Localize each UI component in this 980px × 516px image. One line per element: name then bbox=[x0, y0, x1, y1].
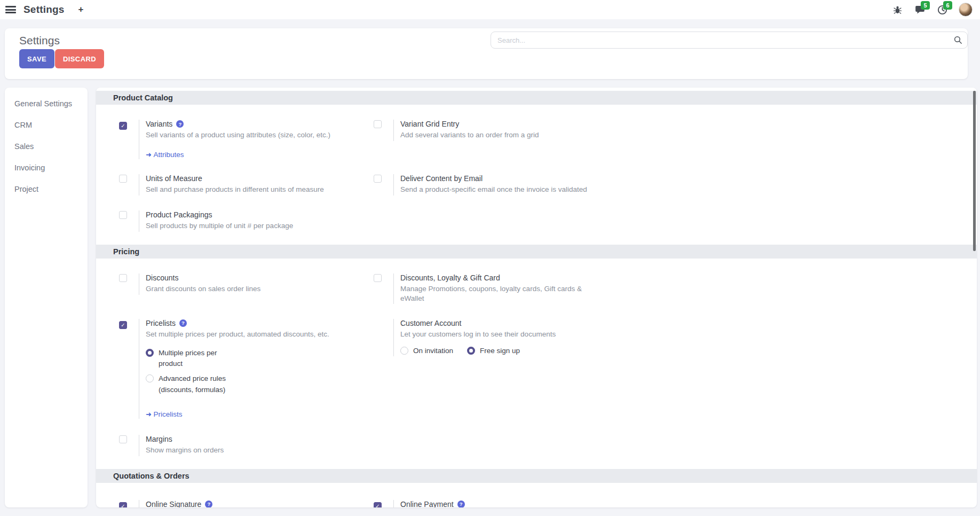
setting-label[interactable]: Units of Measure bbox=[146, 174, 202, 183]
setting-product-packagings: Product Packagings Sell products by mult… bbox=[119, 210, 374, 232]
search-icon[interactable] bbox=[954, 36, 962, 46]
radio-on-invitation[interactable]: On invitation bbox=[400, 346, 453, 356]
setting-label[interactable]: Pricelists bbox=[146, 319, 176, 327]
debug-bug-icon[interactable] bbox=[891, 4, 903, 15]
user-avatar[interactable] bbox=[959, 3, 973, 17]
radio-button[interactable] bbox=[146, 349, 154, 357]
sidebar-item-project[interactable]: Project bbox=[5, 178, 88, 200]
setting-online-payment: Online Payment Request an online payment… bbox=[374, 500, 628, 507]
setting-margins: Margins Show margins on orders bbox=[119, 435, 374, 456]
top-navbar: Settings + 5 6 bbox=[0, 0, 980, 19]
settings-form: Product Catalog Variants Sell variants o… bbox=[96, 88, 977, 507]
setting-label[interactable]: Variants bbox=[146, 120, 172, 128]
section-header-quotations-orders: Quotations & Orders bbox=[96, 469, 977, 483]
help-icon bbox=[176, 120, 184, 128]
setting-online-signature: Online Signature Request an online signa… bbox=[119, 500, 374, 507]
activities-count-badge: 6 bbox=[943, 1, 952, 10]
activities-clock-icon[interactable]: 6 bbox=[936, 4, 948, 15]
packagings-checkbox[interactable] bbox=[119, 211, 127, 219]
setting-desc: Sell and purchase products in different … bbox=[146, 185, 324, 194]
navbar-app-title[interactable]: Settings bbox=[23, 4, 65, 15]
uom-checkbox[interactable] bbox=[119, 175, 127, 183]
setting-label[interactable]: Margins bbox=[146, 435, 172, 443]
setting-label[interactable]: Deliver Content by Email bbox=[400, 174, 483, 183]
settings-sidebar: General Settings CRM Sales Invoicing Pro… bbox=[5, 88, 88, 507]
radio-free-sign-up[interactable]: Free sign up bbox=[467, 346, 520, 356]
setting-deliver-content-by-email: Deliver Content by Email Send a product-… bbox=[374, 174, 628, 196]
help-icon bbox=[179, 319, 187, 327]
messages-icon[interactable]: 5 bbox=[914, 4, 926, 15]
pricelists-link[interactable]: Pricelists bbox=[146, 410, 183, 418]
setting-desc: Show margins on orders bbox=[146, 445, 224, 455]
help-icon bbox=[457, 501, 465, 507]
save-button[interactable]: SAVE bbox=[19, 49, 54, 68]
setting-discounts-loyalty-gift-card: Discounts, Loyalty & Gift Card Manage Pr… bbox=[374, 273, 628, 303]
radio-button[interactable] bbox=[400, 347, 408, 355]
vertical-scrollbar[interactable] bbox=[973, 91, 976, 251]
setting-variant-grid-entry: Variant Grid Entry Add several variants … bbox=[374, 120, 628, 141]
attributes-link[interactable]: Attributes bbox=[146, 151, 184, 159]
sidebar-item-crm[interactable]: CRM bbox=[5, 114, 88, 136]
setting-desc: Grant discounts on sales order lines bbox=[146, 284, 260, 294]
discounts-checkbox[interactable] bbox=[119, 274, 127, 282]
apps-menu-icon[interactable] bbox=[5, 6, 16, 13]
pricelists-checkbox[interactable] bbox=[119, 321, 127, 329]
setting-discounts: Discounts Grant discounts on sales order… bbox=[119, 273, 374, 295]
sidebar-item-general-settings[interactable]: General Settings bbox=[5, 93, 88, 114]
page-title: Settings bbox=[19, 34, 60, 47]
pricelists-radio-group: Multiple prices per product Advanced pri… bbox=[146, 348, 329, 395]
section-header-product-catalog: Product Catalog bbox=[96, 91, 977, 105]
variant-grid-checkbox[interactable] bbox=[374, 120, 382, 128]
online-payment-checkbox[interactable] bbox=[374, 502, 382, 507]
help-icon bbox=[205, 501, 212, 507]
navbar-systray: 5 6 bbox=[891, 3, 973, 17]
radio-multiple-prices[interactable]: Multiple prices per product bbox=[146, 348, 329, 370]
control-panel: Settings SAVE DISCARD bbox=[5, 28, 968, 79]
loyalty-checkbox[interactable] bbox=[374, 274, 382, 282]
setting-desc: Send a product-specific email once the i… bbox=[400, 185, 587, 194]
discard-button[interactable]: DISCARD bbox=[55, 49, 104, 68]
setting-desc: Set multiple prices per product, automat… bbox=[146, 330, 329, 339]
setting-label[interactable]: Discounts bbox=[146, 273, 178, 282]
setting-label[interactable]: Online Signature bbox=[146, 500, 201, 507]
setting-label: Customer Account bbox=[400, 319, 461, 327]
deliver-email-checkbox[interactable] bbox=[374, 175, 382, 183]
search-input[interactable] bbox=[491, 32, 968, 49]
setting-variants: Variants Sell variants of a product usin… bbox=[119, 120, 374, 159]
customer-account-radio-group: On invitation Free sign up bbox=[400, 346, 556, 356]
setting-desc: Sell products by multiple of unit # per … bbox=[146, 221, 293, 231]
radio-button[interactable] bbox=[467, 347, 475, 355]
setting-desc: Manage Promotions, coupons, loyalty card… bbox=[400, 284, 595, 303]
setting-label[interactable]: Variant Grid Entry bbox=[400, 120, 459, 128]
variants-checkbox[interactable] bbox=[119, 122, 127, 130]
setting-customer-account: Customer Account Let your customers log … bbox=[374, 319, 628, 356]
online-signature-checkbox[interactable] bbox=[119, 502, 127, 507]
setting-desc: Let your customers log in to see their d… bbox=[400, 330, 556, 339]
section-header-pricing: Pricing bbox=[96, 245, 977, 259]
setting-desc: Sell variants of a product using attribu… bbox=[146, 130, 330, 140]
radio-advanced-price-rules[interactable]: Advanced price rules (discounts, formula… bbox=[146, 373, 329, 395]
setting-desc: Add several variants to an order from a … bbox=[400, 130, 539, 140]
sidebar-item-invoicing[interactable]: Invoicing bbox=[5, 157, 88, 178]
radio-button[interactable] bbox=[146, 374, 154, 382]
margins-checkbox[interactable] bbox=[119, 435, 127, 443]
setting-pricelists: Pricelists Set multiple prices per produ… bbox=[119, 319, 374, 419]
setting-units-of-measure: Units of Measure Sell and purchase produ… bbox=[119, 174, 374, 196]
setting-label[interactable]: Discounts, Loyalty & Gift Card bbox=[400, 273, 500, 282]
setting-label[interactable]: Online Payment bbox=[400, 500, 454, 507]
new-tab-button[interactable]: + bbox=[78, 4, 84, 15]
messages-count-badge: 5 bbox=[921, 1, 930, 10]
setting-label[interactable]: Product Packagings bbox=[146, 210, 212, 219]
sidebar-item-sales[interactable]: Sales bbox=[5, 136, 88, 157]
